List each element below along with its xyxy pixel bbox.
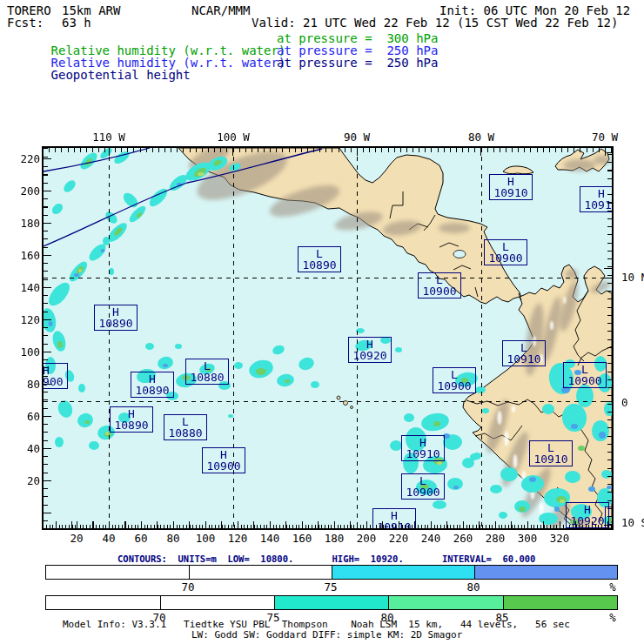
pressure-center-value: 10890 [135,385,169,396]
pressure-center-value: 10900 [44,376,64,387]
colorbar-label: 80 [466,580,480,594]
grid-y-label: 60 [12,410,40,423]
pressure-center-box: L 10910 [529,440,573,466]
pressure-center-box: H 10910 [489,174,533,200]
pressure-center-value: 10900 [488,252,522,264]
grid-x-label: 160 [292,532,312,545]
pressure-center-box: L 10900 [563,362,607,388]
grid-x-label: 60 [134,532,147,545]
latitude-gridline [44,401,612,402]
colorbar-300hpa-rh [45,595,618,610]
grid-x-label: 40 [102,532,115,545]
colorbar-tick [503,596,504,609]
colorbar-tick [274,596,275,609]
latitude-label: 10 S [621,516,644,529]
map-panel: H 10890 L 10890 L 10900 H 10910 H 10910 … [44,148,612,528]
pressure-center-box: L 10880 [185,359,229,385]
pressure-center-value: 10900 [206,460,240,472]
pressure-center-value: 10900 [422,285,456,297]
grid-y-label: 220 [12,152,40,165]
colorbar-tick [474,566,475,579]
grid-y-label: 80 [12,378,40,391]
pressure-center-box: L 10900 [433,367,476,393]
colorbar-tick [388,596,389,609]
pressure-center-box: L 10900 [484,239,527,265]
longitude-gridline [109,148,110,528]
latitude-gridline [44,278,612,278]
landmass-caribbean-islands [503,149,609,174]
pressure-center-value: 10900 [567,375,601,386]
longitude-label: 110 W [92,131,125,144]
pressure-center-value: 10890 [98,318,132,329]
pressure-center-value: 10900 [406,486,439,498]
grid-x-label: 300 [518,532,538,545]
longitude-gridline [481,148,482,528]
grid-x-label: 120 [228,532,248,545]
pressure-center-box: L 10900 [401,473,445,500]
pressure-center-box: H 10910 [580,186,612,212]
grid-x-label: 100 [196,532,216,545]
pressure-center-box: H 10910 [372,508,416,528]
pressure-center-value: 10910 [377,521,411,528]
pressure-center-box: L 10880 [164,414,207,440]
init-time: Init: 06 UTC Mon 20 Feb 12 [439,4,630,17]
fcst-label: Fcst: [7,17,44,29]
rh-patches-lightgreen [78,172,565,503]
longitude-label: 100 W [217,131,250,144]
grid-x-label: 80 [166,532,179,545]
org-name: NCAR/MMM [191,4,250,17]
pressure-center-box: L 10910 [502,340,546,366]
grid-x-label: 220 [389,532,409,545]
pressure-center-box: H 10890 [131,372,174,398]
pressure-center-box: H 10920 [605,506,612,528]
pressure-center-value: 10880 [190,372,224,383]
colorbar-label: 70 [181,580,194,594]
pressure-center-value: 10910 [584,199,612,211]
pressure-center-box: L 10890 [298,246,341,272]
pressure-center-value: 10910 [533,453,567,465]
weather-plot-page: { "header": { "model": "TORERO", "resolu… [0,0,644,644]
pressure-center-value: 10900 [437,380,471,392]
model-name: TORERO [7,4,51,17]
pressure-center-value: 10890 [302,259,336,271]
colorbar-segment [388,596,503,609]
grid-x-label: 260 [453,532,473,545]
longitude-label: 80 W [468,131,494,144]
fcst-hours: 63 h [62,17,91,29]
legend-field-level: at pressure = 300 hPa [277,32,438,44]
pressure-center-box: H 10920 [566,502,609,528]
grid-x-label: 180 [325,532,345,545]
pressure-center-value: 10880 [168,427,202,439]
pressure-center-box: H 10900 [44,363,68,389]
grid-y-label: 180 [12,217,40,230]
map-graphics [44,148,612,528]
model-resolution: 15km ARW [62,4,120,17]
grid-x-label: 200 [357,532,377,545]
grid-y-label: 140 [12,281,40,294]
latitude-label: 10 N [621,271,644,284]
colorbar-tick [189,566,190,579]
colorbar-250hpa-rh [45,565,618,580]
pressure-center-value: 10910 [406,448,439,460]
model-info-line2: LW: Godd SW: Goddard DIFF: simple KM: 2D… [191,630,462,641]
contour-info: CONTOURS: UNITS=m LOW= 10800. HIGH= 1092… [117,553,535,564]
legend-field-name: Geopotential height [51,68,191,82]
pressure-center-value: 10920 [609,520,612,528]
colorbar-segment [503,596,617,609]
legend-row: Geopotential height at pressure = 250 hP… [7,57,191,105]
colorbar1-labels: 707580% [45,580,616,592]
colorbar-tick [160,596,161,609]
grid-y-label: 120 [12,313,40,326]
grid-x-label: 140 [260,532,280,545]
valid-time: Valid: 21 UTC Wed 22 Feb 12 (15 CST Wed … [252,17,618,29]
grid-x-label: 280 [486,532,506,545]
grid-y-label: 100 [12,345,40,359]
colorbar-label: % [609,580,616,594]
pressure-center-box: H 10890 [94,305,138,331]
legend-field-level: at pressure = 250 hPa [277,44,438,57]
longitude-label: 90 W [344,131,370,144]
pressure-center-value: 10910 [493,187,527,198]
colorbar-segment [474,566,617,579]
grid-y-label: 20 [12,474,40,487]
grid-x-label: 240 [421,532,441,545]
